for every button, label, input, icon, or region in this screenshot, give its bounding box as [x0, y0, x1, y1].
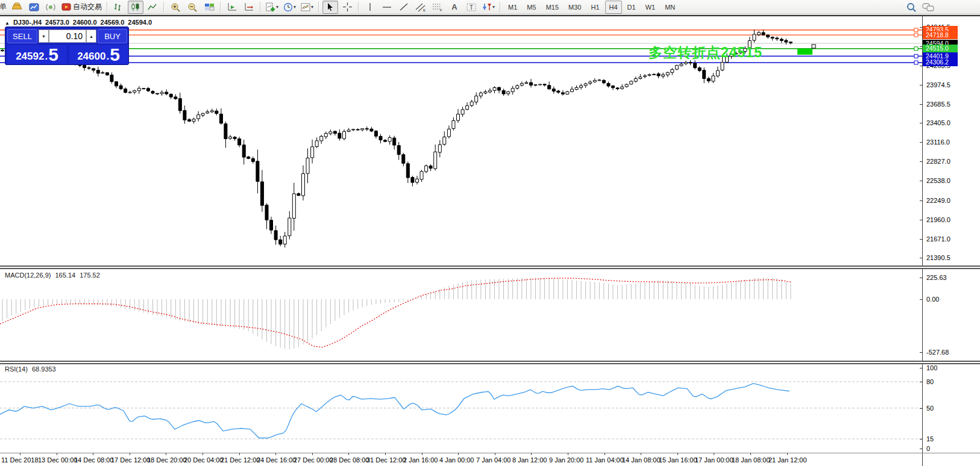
price-tick	[920, 258, 922, 258]
chat-button[interactable]	[920, 1, 936, 14]
chart-candles-button[interactable]	[128, 1, 143, 14]
search-button[interactable]	[903, 1, 919, 14]
buy-price[interactable]: 24600.5	[69, 45, 128, 64]
rsi-axis-label: 80	[926, 378, 934, 385]
zoom-out-button[interactable]	[184, 1, 200, 14]
tab-timeframe-M1[interactable]: M1	[504, 1, 521, 14]
zoom-in-button[interactable]	[168, 1, 183, 14]
time-axis-label: 18 Jan 08:00	[732, 456, 770, 464]
cursor-button[interactable]	[322, 1, 338, 14]
horizontal-line-button[interactable]	[379, 1, 395, 14]
time-axis-tick	[750, 453, 751, 455]
rsi-label: RSI(14) 68.9353	[5, 365, 56, 373]
chart-annotation-text[interactable]: 多空转折点24515	[649, 43, 762, 62]
price-tick	[920, 161, 922, 162]
time-axis-tick	[458, 453, 459, 455]
rsi-axis-tick	[920, 439, 922, 440]
buy-button[interactable]: BUY	[98, 29, 127, 43]
collapse-panel-icon[interactable]: ▲	[5, 20, 10, 26]
market-watch-icon	[29, 2, 39, 12]
tab-timeframe-M30[interactable]: M30	[564, 1, 585, 14]
window-top-border	[0, 15, 980, 16]
chat-bubbles-icon	[922, 2, 934, 12]
chart-line-button[interactable]	[145, 1, 160, 14]
signal-icon	[46, 2, 56, 12]
level-price-tag[interactable]: 24306.2	[923, 58, 958, 66]
zoom-out-icon	[187, 2, 198, 12]
chevron-down-icon[interactable]: ▾	[311, 4, 313, 10]
time-axis-tick	[93, 453, 93, 455]
sell-price[interactable]: 24592.5	[7, 45, 67, 64]
tile-windows-button[interactable]	[201, 1, 217, 14]
price-axis-label: 22249.0	[926, 197, 950, 204]
new-order-button[interactable]	[9, 1, 25, 14]
pane-splitter-rsi[interactable]	[0, 361, 980, 364]
autotrading-label: 自动交易	[73, 2, 102, 12]
tab-timeframe-D1[interactable]: D1	[623, 1, 640, 14]
tab-timeframe-M15[interactable]: M15	[542, 1, 563, 14]
text-button[interactable]: A	[447, 1, 462, 14]
templates-button[interactable]: ▾	[299, 1, 315, 14]
chart-shift-button[interactable]	[241, 1, 257, 14]
search-icon	[906, 2, 917, 12]
chevron-down-icon[interactable]: ▾	[294, 4, 296, 10]
time-axis-label: 31 Dec 12:00	[366, 456, 406, 464]
macd-axis-tick	[920, 278, 922, 278]
crosshair-button[interactable]	[339, 1, 355, 14]
separator	[318, 2, 319, 13]
level-price-tag[interactable]: 24515.0	[923, 45, 958, 52]
volume-increase-button[interactable]: ▲	[86, 30, 96, 43]
pane-splitter-macd[interactable]	[0, 266, 980, 269]
chevron-down-icon[interactable]: ▾	[276, 4, 278, 10]
time-axis-label: 21 Jan 12:00	[768, 456, 807, 464]
buy-price-main: 24600	[77, 51, 105, 63]
tab-timeframe-MN[interactable]: MN	[661, 1, 679, 14]
text-label-button[interactable]: T	[463, 1, 479, 14]
horizontal-line-icon	[382, 2, 392, 11]
time-axis-label: 27 Dec 00:00	[294, 456, 333, 464]
vertical-line-icon	[366, 2, 374, 11]
periods-button[interactable]: ▾	[281, 1, 298, 14]
level-price-tag[interactable]: 24718.8	[923, 31, 958, 39]
candlestick-icon	[131, 2, 140, 11]
auto-scroll-button[interactable]	[224, 1, 240, 14]
tile-windows-icon	[204, 2, 215, 12]
vertical-line-button[interactable]	[362, 1, 378, 14]
sell-button[interactable]: SELL	[7, 29, 37, 43]
time-axis-tick	[677, 453, 678, 455]
time-axis-label: 20 Dec 04:00	[184, 456, 223, 464]
chevron-down-icon[interactable]: ▾	[492, 4, 495, 10]
channel-button[interactable]: E	[413, 1, 429, 14]
time-axis-label: 11 Jan 04:00	[586, 456, 624, 464]
separator	[358, 2, 359, 13]
menu-item-orders[interactable]: 单	[0, 2, 8, 12]
time-axis-label: 24 Dec 16:00	[257, 456, 296, 464]
tab-timeframe-H4[interactable]: H4	[605, 1, 622, 14]
volume-decrease-button[interactable]: ▼	[39, 30, 49, 43]
trendline-button[interactable]	[396, 1, 412, 14]
rsi-axis-label: 50	[926, 405, 934, 412]
volume-input[interactable]: 0.10	[49, 30, 86, 43]
separator	[220, 2, 221, 13]
autotrading-button[interactable]: 自动交易	[60, 1, 104, 14]
close-value: 24594.0	[128, 19, 152, 26]
separator	[500, 2, 501, 13]
arrows-button[interactable]: ▾	[480, 1, 497, 14]
chart-bars-button[interactable]	[111, 1, 127, 14]
market-watch-button[interactable]	[26, 1, 42, 14]
signals-button[interactable]	[43, 1, 58, 14]
crosshair-icon	[343, 2, 352, 11]
high-value: 24600.0	[73, 19, 97, 26]
tab-timeframe-M5[interactable]: M5	[523, 1, 540, 14]
price-tick	[920, 142, 922, 143]
chart-canvas[interactable]	[0, 0, 980, 466]
tab-timeframe-W1[interactable]: W1	[641, 1, 660, 14]
time-axis-tick	[130, 453, 130, 455]
indicators-button[interactable]: ▾	[264, 1, 280, 14]
tab-timeframe-H1[interactable]: H1	[586, 1, 603, 14]
gold-bar-icon	[12, 2, 22, 11]
fibonacci-button[interactable]: F	[430, 1, 445, 14]
price-axis-label: 22538.0	[926, 177, 950, 184]
text-label-icon: T	[466, 2, 476, 12]
macd-axis-tick	[920, 299, 922, 300]
